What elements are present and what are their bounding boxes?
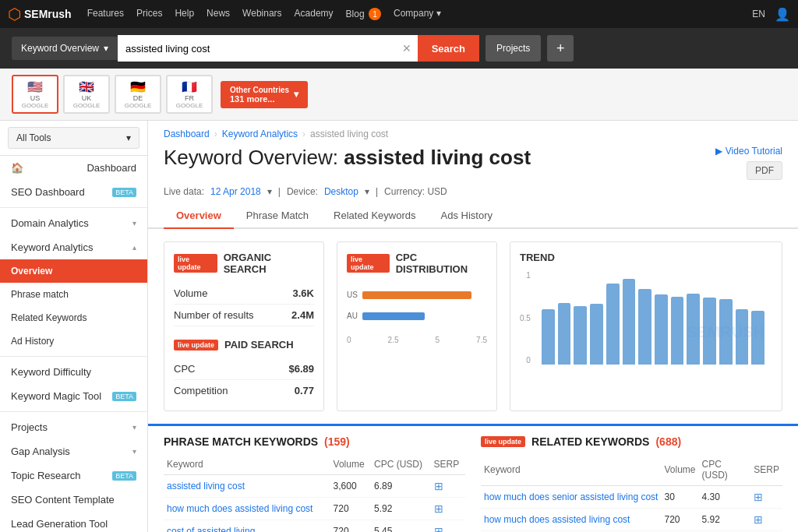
clear-button[interactable]: ✕ [402,42,411,55]
add-project-button[interactable]: + [547,35,574,62]
related-keywords-table-section: live update RELATED KEYWORDS (688) Keywo… [481,435,782,532]
rk-col-serp: SERP [750,454,782,486]
nav-help[interactable]: Help [175,8,194,20]
other-countries-button[interactable]: Other Countries 131 more... ▾ [221,81,308,108]
sidebar-item-topic-research[interactable]: Topic Research BETA [0,463,147,488]
phrase-match-table: Keyword Volume CPC (USD) SERP assisted l… [164,454,465,532]
nav-features[interactable]: Features [87,8,124,20]
projects-button[interactable]: Projects [486,35,541,62]
tab-phrase-match[interactable]: Phrase Match [234,203,321,229]
home-icon: 🏠 [11,162,23,174]
separator2: | [376,186,378,197]
logo[interactable]: ⬡ SEMrush [8,5,72,23]
country-us[interactable]: 🇺🇸 US GOOGLE [12,75,58,114]
serp-icon[interactable]: ⊞ [434,480,443,492]
nav-prices[interactable]: Prices [136,8,162,20]
country-de[interactable]: 🇩🇪 DE GOOGLE [115,75,161,114]
language-selector[interactable]: EN [752,9,765,19]
de-label: DE [133,94,143,102]
sidebar-item-projects[interactable]: Projects ▾ [0,415,147,439]
tools-selector: All Tools ▾ [0,121,147,156]
bottom-section: PHRASE MATCH KEYWORDS (159) Keyword Volu… [148,435,798,532]
nav-company[interactable]: Company ▾ [394,8,441,20]
other-countries-label: Other Countries [230,86,289,94]
paid-competition-value: 0.77 [295,385,314,396]
trend-y-1: 1 [520,271,531,280]
sidebar-item-keyword-difficulty[interactable]: Keyword Difficulty [0,360,147,384]
live-data-date[interactable]: 12 Apr 2018 [210,186,261,197]
sidebar-item-dashboard[interactable]: 🏠 Dashboard [0,156,147,180]
phrase-match-label: Phrase match [11,289,69,300]
keyword-analytics-arrow: ▴ [132,243,136,252]
cpc-title-text: CPC DISTRIBUTION [396,252,487,275]
pm-cpc: 5.45 [371,520,430,533]
pm-keyword-link[interactable]: assisted living cost [167,481,245,491]
pdf-button[interactable]: PDF [747,161,782,180]
seo-content-label: SEO Content Template [11,494,115,506]
video-icon: ▶ [715,146,722,157]
search-input[interactable] [118,35,418,62]
breadcrumb-keyword-analytics[interactable]: Keyword Analytics [222,129,298,139]
rk-header-row: Keyword Volume CPC (USD) SERP [481,454,782,486]
sidebar-item-phrase-match[interactable]: Phrase match [0,283,147,306]
country-fr[interactable]: 🇫🇷 FR GOOGLE [166,75,213,114]
keyword-analytics-label: Keyword Analytics [11,241,94,253]
nav-webinars[interactable]: Webinars [242,8,281,20]
sidebar-item-related-keywords[interactable]: Related Keywords [0,306,147,329]
sidebar-dashboard-label: Dashboard [87,162,136,174]
tab-related-keywords[interactable]: Related Keywords [321,203,429,229]
video-tutorial-button[interactable]: ▶ Video Tutorial [715,146,782,157]
organic-results-label: Number of results [174,309,254,321]
live-data-label: Live data: [164,186,204,197]
search-type-dropdown[interactable]: Keyword Overview ▾ [12,37,118,60]
main-layout: All Tools ▾ 🏠 Dashboard SEO Dashboard BE… [0,121,798,532]
rk-keyword-link[interactable]: how much does senior assisted living cos… [484,491,658,502]
device-value[interactable]: Desktop [324,186,358,197]
rk-serp: ⊞ [750,509,782,531]
serp-icon[interactable]: ⊞ [434,525,443,532]
serp-icon[interactable]: ⊞ [754,513,763,526]
pm-keyword-link[interactable]: how much does assisted living cost [167,503,312,514]
sidebar-item-overview[interactable]: Overview [0,259,147,283]
sidebar-item-keyword-magic[interactable]: Keyword Magic Tool BETA [0,384,147,408]
sidebar-item-domain-analytics[interactable]: Domain Analytics ▾ [0,211,147,235]
sidebar-item-seo-content[interactable]: SEO Content Template [0,488,147,512]
sidebar-item-keyword-analytics[interactable]: Keyword Analytics ▴ [0,235,147,259]
serp-icon[interactable]: ⊞ [754,491,763,503]
cpc-distribution-card: live update CPC DISTRIBUTION US AU 0 2.5 [337,241,497,411]
breadcrumb-current: assisted living cost [310,129,388,139]
all-tools-dropdown[interactable]: All Tools ▾ [8,127,139,149]
trend-y-labels: 1 0.5 0 [520,271,531,365]
brand-name: SEMrush [24,8,72,20]
table-row: how much does assisted living cost 720 5… [164,498,465,520]
search-button[interactable]: Search [418,35,479,62]
pm-keyword-link[interactable]: cost of assisted living [167,526,255,532]
sidebar-item-seo-dashboard[interactable]: SEO Dashboard BETA [0,180,147,204]
organic-title: live update ORGANIC SEARCH [174,252,314,275]
pm-cpc: 5.92 [371,498,430,520]
phrase-match-table-section: PHRASE MATCH KEYWORDS (159) Keyword Volu… [164,435,465,532]
country-uk[interactable]: 🇬🇧 UK GOOGLE [63,75,110,114]
other-countries-count: 131 more... [230,94,289,104]
nav-blog[interactable]: Blog 1 [346,8,381,20]
cpc-axis-3: 7.5 [476,336,487,344]
nav-academy[interactable]: Academy [295,8,334,20]
rk-keyword-link[interactable]: how much does assisted living cost [484,514,630,525]
nav-news[interactable]: News [207,8,230,20]
tab-ads-history[interactable]: Ads History [429,203,505,229]
sidebar-item-lead-gen[interactable]: Lead Generation Tool [0,512,147,532]
sidebar-item-gap-analysis[interactable]: Gap Analysis ▾ [0,439,147,463]
trend-chart-wrap: 1 0.5 0 SEMRUSH [520,271,772,365]
pm-serp: ⊞ [431,520,465,533]
de-sub: GOOGLE [125,102,152,109]
cpc-us-label: US [347,291,362,299]
projects-arrow: ▾ [132,423,136,432]
serp-icon[interactable]: ⊞ [434,502,443,515]
related-keywords-label: Related Keywords [11,312,87,323]
user-icon[interactable]: 👤 [775,7,790,22]
sidebar-item-ad-history[interactable]: Ad History [0,329,147,353]
trend-bar [542,309,555,365]
breadcrumb-dashboard[interactable]: Dashboard [164,129,210,139]
tab-overview[interactable]: Overview [164,203,234,229]
rk-col-cpc: CPC (USD) [698,454,750,486]
